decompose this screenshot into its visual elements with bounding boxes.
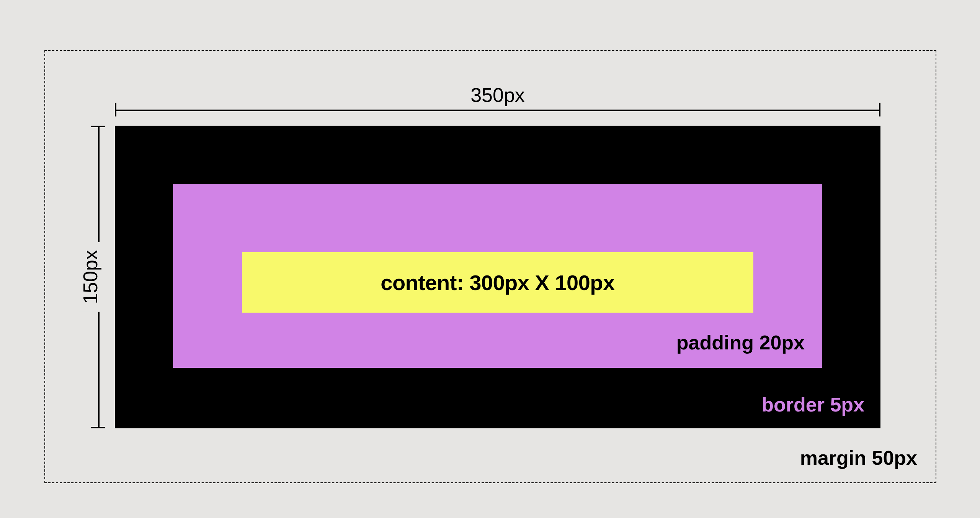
height-label: 150px	[79, 242, 102, 312]
content-label: content: 300px X 100px	[381, 270, 614, 295]
height-tick-top	[91, 126, 105, 127]
margin-label: margin 50px	[800, 446, 917, 469]
width-tick-left	[115, 103, 116, 116]
width-label: 350px	[463, 84, 532, 107]
border-box: border 5px padding 20px content: 300px X…	[115, 126, 880, 428]
border-label: border 5px	[761, 393, 864, 416]
width-bracket-line	[115, 110, 880, 111]
content-box: content: 300px X 100px	[242, 252, 753, 313]
box-model-diagram: margin 50px 350px 150px border 5px paddi…	[44, 50, 936, 483]
width-dimension-bracket: 350px	[115, 90, 880, 113]
height-tick-bottom	[91, 427, 105, 428]
height-dimension-bracket: 150px	[79, 126, 102, 428]
padding-label: padding 20px	[676, 331, 805, 354]
width-tick-right	[879, 103, 880, 116]
padding-box: padding 20px content: 300px X 100px	[173, 184, 822, 368]
